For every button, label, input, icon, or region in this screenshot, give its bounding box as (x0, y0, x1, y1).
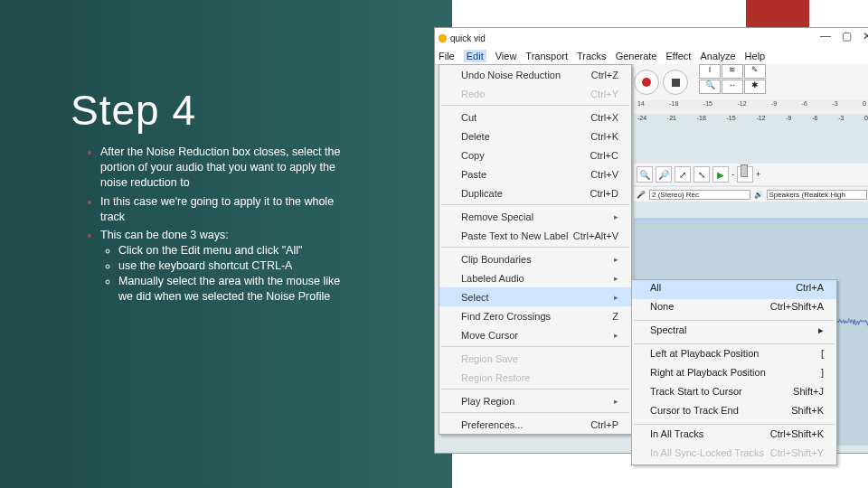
select-submenu-item: In All Sync-Locked TracksCtrl+Shift+Y (632, 446, 836, 465)
stop-button[interactable] (663, 70, 688, 95)
edit-menu-dropdown: Undo Noise ReductionCtrl+ZRedoCtrl+YCutC… (439, 64, 632, 435)
bullet-item: In this case we're going to apply it to … (100, 194, 357, 225)
edit-toolbar: 🔍 🔎 ⤢ ⤡ ▶ -+ (634, 164, 868, 185)
edit-menu-item: Region Save (439, 349, 631, 368)
edit-menu-item[interactable]: DuplicateCtrl+D (439, 183, 631, 202)
meter-ruler-l: 14-18-15-12-9-6-30 (634, 100, 868, 111)
zoom-tool-button[interactable]: 🔍 (699, 80, 721, 94)
edit-menu-item[interactable]: Move Cursor▸ (439, 325, 631, 344)
select-submenu-item[interactable]: NoneCtrl+Shift+A (632, 299, 836, 318)
select-submenu: AllCtrl+ANoneCtrl+Shift+ASpectral▸Left a… (631, 279, 837, 465)
edit-menu-item[interactable]: PasteCtrl+V (439, 164, 631, 183)
bullet-item: After the Noise Reduction box closes, se… (100, 145, 357, 191)
record-button[interactable] (634, 70, 659, 95)
select-submenu-item[interactable]: Cursor to Track EndShift+K (632, 403, 836, 422)
edit-menu-item[interactable]: Find Zero CrossingsZ (439, 306, 631, 325)
input-channels-select[interactable]: 2 (Stereo) Rec (649, 190, 750, 200)
menu-transport[interactable]: Transport (525, 51, 568, 61)
output-device-select[interactable]: Speakers (Realtek High (767, 190, 868, 200)
edit-menu-item[interactable]: Preferences...Ctrl+P (439, 415, 631, 434)
select-submenu-item[interactable]: Spectral▸ (632, 323, 836, 342)
edit-menu-item[interactable]: Clip Boundaries▸ (439, 249, 631, 268)
volume-slider[interactable] (737, 166, 753, 183)
speaker-icon: 🔊 (754, 191, 763, 199)
zoom-fit-button[interactable]: ⤢ (675, 166, 691, 183)
close-icon[interactable]: ✕ (863, 30, 868, 42)
step-title: Step 4 (71, 86, 196, 135)
zoom-sel-button[interactable]: ⤡ (693, 166, 710, 183)
menu-tracks[interactable]: Tracks (577, 51, 607, 61)
edit-menu-item[interactable]: CutCtrl+X (439, 108, 631, 127)
maximize-icon[interactable]: ▢ (842, 30, 852, 42)
edit-menu-item[interactable]: CopyCtrl+C (439, 145, 631, 164)
zoom-in-button[interactable]: 🔍 (637, 166, 653, 183)
menu-file[interactable]: File (439, 51, 455, 61)
select-submenu-item[interactable]: AllCtrl+A (632, 280, 836, 299)
play-button[interactable]: ▶ (712, 166, 729, 183)
edit-menu-item[interactable]: Play Region▸ (439, 391, 631, 410)
edit-menu-item[interactable]: Paste Text to New LabelCtrl+Alt+V (439, 226, 631, 245)
edit-menu-item[interactable]: DeleteCtrl+K (439, 127, 631, 145)
select-submenu-item[interactable]: Right at Playback Position] (632, 365, 836, 384)
menu-generate[interactable]: Generate (616, 51, 657, 61)
menu-analyze[interactable]: Analyze (700, 51, 735, 61)
edit-menu-item: Region Restore (439, 368, 631, 387)
edit-menu-item[interactable]: Undo Noise ReductionCtrl+Z (439, 65, 631, 84)
device-toolbar: 🎤 2 (Stereo) Rec 🔊 Speakers (Realtek Hig… (634, 187, 868, 202)
select-submenu-item[interactable]: Track Start to CursorShift+J (632, 384, 836, 403)
menu-effect[interactable]: Effect (666, 51, 692, 61)
select-submenu-item[interactable]: In All TracksCtrl+Shift+K (632, 427, 836, 446)
bullet-item: This can be done 3 ways: Click on the Ed… (100, 228, 357, 304)
audacity-window: quick vid — ▢ ✕ File Edit View Transport… (434, 27, 868, 454)
bullet-list: After the Noise Reduction box closes, se… (86, 145, 357, 308)
window-titlebar: quick vid — ▢ ✕ (435, 28, 868, 48)
sub-bullet: Manually select the area with the mouse … (118, 274, 357, 305)
edit-menu-item[interactable]: Labeled Audio▸ (439, 268, 631, 287)
menu-help[interactable]: Help (745, 51, 766, 61)
edit-menu-item[interactable]: Select▸ (439, 287, 631, 306)
timeshift-tool-button[interactable]: ↔ (722, 80, 743, 94)
multi-tool-button[interactable]: ✱ (744, 80, 766, 94)
select-submenu-item[interactable]: Left at Playback Position[ (632, 346, 836, 365)
sub-bullet: Click on the Edit menu and click "All" (118, 243, 357, 258)
menu-view[interactable]: View (495, 51, 517, 61)
mic-icon: 🎤 (637, 191, 646, 199)
window-title-text: quick vid (450, 33, 486, 43)
draw-tool-button[interactable]: ✎ (744, 64, 766, 79)
menubar: File Edit View Transport Tracks Generate… (435, 48, 868, 65)
minimize-icon[interactable]: — (820, 30, 831, 42)
edit-menu-item: RedoCtrl+Y (439, 84, 631, 103)
zoom-out-button[interactable]: 🔎 (656, 166, 672, 183)
envelope-tool-button[interactable]: ≋ (722, 64, 743, 79)
app-icon (439, 34, 447, 42)
tool-grid: I ≋ ✎ 🔍 ↔ ✱ (699, 64, 769, 94)
menu-edit[interactable]: Edit (464, 50, 486, 62)
edit-menu-item[interactable]: Remove Special▸ (439, 207, 631, 226)
meter-ruler-r: -24-21-18-15-12-9-6-30 (636, 115, 868, 126)
selection-tool-button[interactable]: I (699, 64, 721, 79)
sub-bullet: use the keyboard shortcut CTRL-A (118, 258, 357, 274)
